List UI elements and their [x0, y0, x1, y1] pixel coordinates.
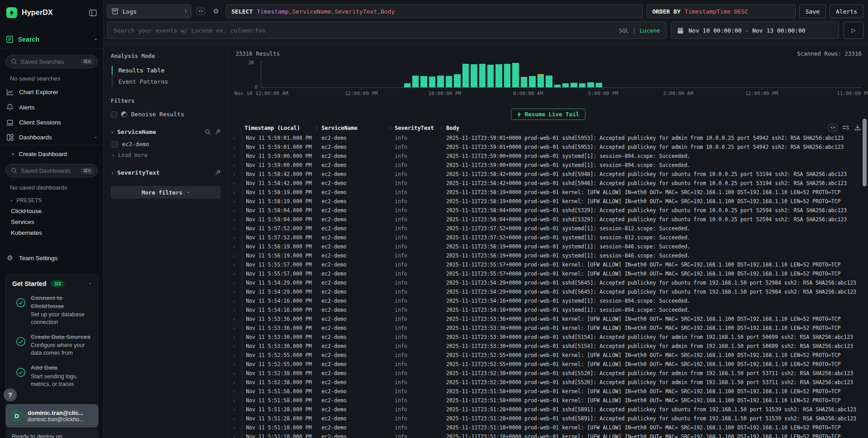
date-range-picker[interactable]: Nov 10 00:00:00 - Nov 13 00:00:00 — [671, 22, 839, 39]
row-expand-icon[interactable]: › — [228, 314, 242, 324]
source-settings-button[interactable]: ⚙ — [210, 5, 222, 17]
table-row[interactable]: ›Nov 11 5:59:01.000 PMec2-demoinfo2025-1… — [228, 143, 868, 152]
row-expand-icon[interactable]: › — [228, 369, 242, 378]
sql-toggle[interactable]: SQL — [619, 27, 629, 34]
histogram-bar[interactable] — [420, 76, 427, 87]
facet-search-icon[interactable] — [205, 129, 211, 135]
table-row[interactable]: ›Nov 11 5:55:57.000 PMec2-demoinfo2025-1… — [228, 260, 868, 269]
load-more-button[interactable]: › Load more — [112, 152, 221, 158]
row-expand-icon[interactable]: › — [228, 351, 242, 360]
header-body[interactable]: Body — [443, 125, 868, 131]
select-clause-input[interactable]: SELECT Timestamp,ServiceName,SeverityTex… — [226, 5, 643, 18]
histogram-bar[interactable] — [538, 74, 544, 87]
histogram-bar[interactable] — [462, 64, 469, 87]
sidebar-item-search[interactable]: Search › — [0, 31, 103, 48]
analysis-mode-event-patterns[interactable]: Event Patterns — [113, 76, 221, 87]
table-row[interactable]: ›Nov 11 5:51:28.000 PMec2-demoinfo2025-1… — [228, 414, 868, 423]
histogram-bar[interactable] — [495, 64, 502, 87]
histogram-bar[interactable] — [596, 83, 602, 87]
table-row[interactable]: ›Nov 11 5:51:28.000 PMec2-demoinfo2025-1… — [228, 405, 868, 414]
table-row[interactable]: ›Nov 11 5:58:42.000 PMec2-demoinfo2025-1… — [228, 170, 868, 179]
row-expand-icon[interactable]: › — [228, 242, 242, 251]
histogram-bar[interactable] — [412, 76, 419, 87]
row-expand-icon[interactable]: › — [228, 296, 242, 305]
row-expand-icon[interactable]: › — [228, 224, 242, 233]
saved-dashboards-input[interactable]: Saved Dashboards ⌘K — [5, 164, 98, 177]
row-expand-icon[interactable]: › — [228, 215, 242, 224]
table-row[interactable]: ›Nov 11 5:56:19.000 PMec2-demoinfo2025-1… — [228, 242, 868, 251]
histogram-bar[interactable] — [546, 76, 552, 87]
histogram-bar[interactable] — [454, 74, 460, 87]
table-row[interactable]: ›Nov 11 5:52:38.000 PMec2-demoinfo2025-1… — [228, 369, 868, 378]
histogram-bar[interactable] — [504, 64, 510, 87]
table-row[interactable]: ›Nov 11 5:58:19.000 PMec2-demoinfo2025-1… — [228, 188, 868, 197]
denoise-results-option[interactable]: Denoise Results — [111, 111, 221, 118]
histogram-bar[interactable] — [471, 64, 477, 87]
row-expand-icon[interactable]: › — [228, 387, 242, 396]
row-expand-icon[interactable]: › — [228, 360, 242, 369]
source-selector[interactable]: Logs ▴▾ — [107, 5, 191, 18]
table-row[interactable]: ›Nov 11 5:54:29.000 PMec2-demoinfo2025-1… — [228, 287, 868, 296]
table-row[interactable]: ›Nov 11 5:58:04.000 PMec2-demoinfo2025-1… — [228, 206, 868, 215]
table-row[interactable]: ›Nov 11 5:53:36.000 PMec2-demoinfo2025-1… — [228, 314, 868, 324]
chevron-up-icon[interactable]: › — [92, 38, 98, 41]
ec2-demo-checkbox[interactable] — [112, 141, 118, 148]
preset-item-clickhouse[interactable]: ClickHouse — [0, 204, 103, 214]
facet-severitytext[interactable]: › SeverityText — [111, 169, 221, 176]
chevron-up-icon[interactable]: › — [87, 282, 92, 285]
resume-live-tail-button[interactable]: Resume Live Tail — [511, 109, 585, 120]
row-expand-icon[interactable]: › — [228, 269, 242, 278]
row-expand-icon[interactable]: › — [228, 206, 242, 215]
row-expand-icon[interactable]: › — [228, 432, 242, 438]
histogram-bar[interactable] — [429, 76, 435, 87]
row-expand-icon[interactable]: › — [228, 233, 242, 242]
table-row[interactable]: ›Nov 11 5:51:18.000 PMec2-demoinfo2025-1… — [228, 432, 868, 438]
sidebar-item-chart-explorer[interactable]: Chart Explorer — [0, 85, 103, 100]
code-view-button[interactable]: <> — [195, 5, 207, 17]
histogram-bar[interactable] — [437, 76, 443, 87]
histogram-bar[interactable] — [479, 64, 486, 87]
row-expand-icon[interactable]: › — [228, 152, 242, 161]
row-expand-icon[interactable]: › — [228, 305, 242, 314]
histogram-bar[interactable] — [554, 85, 561, 87]
row-expand-icon[interactable]: › — [228, 251, 242, 260]
row-expand-icon[interactable]: › — [228, 396, 242, 405]
table-row[interactable]: ›Nov 11 5:56:19.000 PMec2-demoinfo2025-1… — [228, 251, 868, 260]
row-expand-icon[interactable]: › — [228, 188, 242, 197]
preset-item-services[interactable]: Services — [0, 214, 103, 225]
row-expand-icon[interactable]: › — [228, 405, 242, 414]
table-row[interactable]: ›Nov 11 5:59:00.000 PMec2-demoinfo2025-1… — [228, 152, 868, 161]
table-row[interactable]: ›Nov 11 5:51:58.000 PMec2-demoinfo2025-1… — [228, 387, 868, 396]
row-expand-icon[interactable]: › — [228, 333, 242, 342]
histogram-bar[interactable] — [587, 82, 594, 87]
user-profile-button[interactable]: D dominic.tran@clic... dominic.tran@clic… — [5, 404, 99, 428]
sidebar-item-dashboards[interactable]: Dashboards › — [0, 130, 103, 145]
row-expand-icon[interactable]: › — [228, 378, 242, 387]
table-row[interactable]: ›Nov 11 5:52:55.000 PMec2-demoinfo2025-1… — [228, 360, 868, 369]
table-row[interactable]: ›Nov 11 5:57:52.000 PMec2-demoinfo2025-1… — [228, 224, 868, 233]
row-expand-icon[interactable]: › — [228, 133, 242, 143]
table-row[interactable]: ›Nov 11 5:58:42.000 PMec2-demoinfo2025-1… — [228, 179, 868, 188]
header-timestamp[interactable]: Timestamp (Local) — [242, 125, 319, 131]
table-row[interactable]: ›Nov 11 5:53:30.000 PMec2-demoinfo2025-1… — [228, 333, 868, 342]
histogram-bar[interactable] — [529, 76, 535, 87]
table-row[interactable]: ›Nov 11 5:53:30.000 PMec2-demoinfo2025-1… — [228, 342, 868, 351]
get-started-item[interactable]: Add DataStart sending logs, metrics, or … — [12, 364, 91, 388]
table-row[interactable]: ›Nov 11 5:54:29.000 PMec2-demoinfo2025-1… — [228, 278, 868, 287]
run-query-button[interactable]: ▷ — [844, 22, 863, 39]
table-row[interactable]: ›Nov 11 5:53:36.000 PMec2-demoinfo2025-1… — [228, 324, 868, 333]
alerts-button[interactable]: Alerts — [830, 5, 863, 18]
deploy-banner[interactable]: Ready to deploy on — [5, 428, 99, 438]
row-expand-icon[interactable]: › — [228, 161, 242, 170]
saved-searches-input[interactable]: Saved Searches ⌘K — [5, 55, 98, 68]
facet-servicename[interactable]: › ServiceName — [111, 129, 221, 135]
more-filters-button[interactable]: More filters › — [111, 186, 221, 199]
table-row[interactable]: ›Nov 11 5:58:04.000 PMec2-demoinfo2025-1… — [228, 215, 868, 224]
header-servicename[interactable]: ServiceName — [319, 125, 392, 131]
chevron-up-icon[interactable]: › — [92, 136, 98, 139]
row-expand-icon[interactable]: › — [228, 414, 242, 423]
table-scrollbar-thumb[interactable] — [863, 119, 867, 186]
header-severitytext[interactable]: SeverityText — [392, 125, 443, 131]
create-dashboard-button[interactable]: + Create Dashboard — [0, 145, 103, 157]
denoise-checkbox[interactable] — [111, 111, 117, 118]
